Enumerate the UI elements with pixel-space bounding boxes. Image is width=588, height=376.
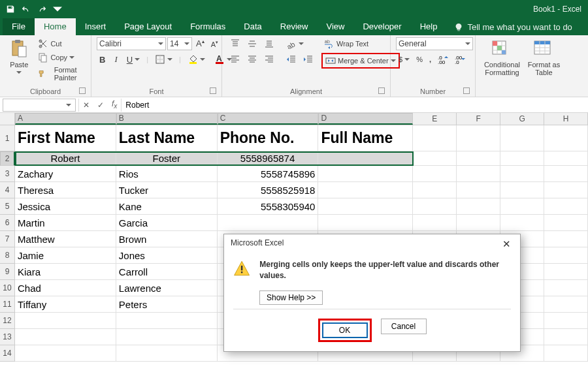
cell[interactable]: Brown [116, 231, 218, 247]
cell[interactable]: Robert [15, 151, 116, 166]
row-header[interactable]: 5 [0, 198, 15, 215]
cell[interactable]: 5558965874 [218, 151, 319, 166]
comma-button[interactable]: , [427, 54, 434, 65]
increase-decimal-button[interactable]: .0.00 [435, 53, 451, 66]
col-header-h[interactable]: H [544, 113, 588, 125]
name-box[interactable] [3, 99, 76, 112]
cell[interactable]: Last Name [116, 125, 218, 151]
enter-formula-button[interactable]: ✓ [93, 101, 108, 110]
cell[interactable]: 5558525918 [218, 182, 319, 198]
row-header[interactable]: 10 [0, 280, 15, 296]
col-header-g[interactable]: G [500, 113, 544, 125]
col-header-f[interactable]: F [457, 113, 500, 125]
merge-center-button[interactable]: Merge & Center [321, 53, 400, 69]
cell[interactable]: Rios [116, 166, 218, 182]
align-left-button[interactable] [227, 53, 243, 66]
cell[interactable]: Martin [15, 215, 116, 231]
col-header-b[interactable]: B [116, 113, 218, 125]
cell[interactable] [318, 215, 413, 231]
tell-me-search[interactable]: Tell me what you want to do [446, 19, 580, 35]
cell[interactable] [500, 151, 544, 166]
close-icon[interactable]: ✕ [500, 238, 514, 250]
formula-input[interactable]: Robert [122, 101, 588, 110]
decrease-font-button[interactable]: A▾ [208, 39, 221, 50]
show-help-button[interactable]: Show Help >> [259, 290, 323, 305]
cell[interactable] [318, 166, 413, 182]
fill-color-button[interactable] [185, 53, 208, 66]
cell[interactable] [318, 151, 413, 166]
row-header[interactable]: 2 [0, 151, 15, 166]
font-name-select[interactable]: Calibri [97, 37, 166, 50]
cell[interactable]: Lawrence [116, 280, 218, 296]
borders-button[interactable] [152, 53, 175, 66]
bold-button[interactable]: B [97, 54, 108, 66]
cell[interactable]: Full Name [318, 125, 413, 151]
cell[interactable]: 5558305940 [218, 198, 319, 215]
col-header-c[interactable]: C [218, 113, 319, 125]
currency-button[interactable]: $ [396, 54, 412, 65]
cell[interactable] [500, 125, 544, 151]
underline-button[interactable]: U [124, 54, 142, 66]
cell[interactable]: Phone No. [218, 125, 319, 151]
ok-button[interactable]: OK [322, 322, 368, 338]
wrap-text-button[interactable]: abWrap Text [321, 37, 400, 50]
row-header[interactable]: 12 [0, 313, 15, 329]
tab-formulas[interactable]: Formulas [181, 18, 235, 35]
cell[interactable]: Theresa [15, 182, 116, 198]
cell[interactable]: Jessica [15, 198, 116, 215]
cell[interactable]: Jamie [15, 247, 116, 264]
cell[interactable]: Garcia [116, 215, 218, 231]
percent-button[interactable]: % [414, 54, 425, 65]
cell[interactable]: Kane [116, 198, 218, 215]
cell[interactable]: Carroll [116, 264, 218, 280]
cell[interactable] [544, 125, 588, 151]
increase-font-button[interactable]: A▴ [193, 37, 207, 50]
cell[interactable] [457, 151, 500, 166]
number-format-select[interactable]: General [396, 37, 473, 50]
tab-insert[interactable]: Insert [76, 18, 116, 35]
undo-icon[interactable] [21, 4, 31, 14]
cancel-formula-button[interactable]: ✕ [79, 101, 93, 110]
row-header[interactable]: 7 [0, 231, 15, 247]
cell[interactable] [457, 125, 500, 151]
cut-button[interactable]: Cut [35, 37, 86, 50]
tab-data[interactable]: Data [235, 18, 270, 35]
cell[interactable] [318, 182, 413, 198]
col-header-a[interactable]: A [15, 113, 116, 125]
cell[interactable] [318, 198, 413, 215]
fx-icon[interactable]: fx [108, 99, 121, 110]
row-header[interactable]: 8 [0, 247, 15, 264]
row-header[interactable]: 4 [0, 182, 15, 198]
col-header-d[interactable]: D [318, 113, 413, 125]
align-right-button[interactable] [261, 53, 277, 66]
font-dialog-launcher[interactable] [210, 87, 216, 94]
row-header[interactable]: 3 [0, 166, 15, 182]
row-header[interactable]: 14 [0, 345, 15, 362]
cell[interactable]: Jones [116, 247, 218, 264]
copy-button[interactable]: Copy [35, 51, 86, 64]
conditional-formatting-button[interactable]: Conditional Formatting [481, 37, 523, 78]
align-bottom-button[interactable] [261, 37, 277, 50]
row-header[interactable]: 13 [0, 329, 15, 345]
decrease-indent-button[interactable] [284, 53, 299, 66]
cell[interactable]: Kiara [15, 264, 116, 280]
tab-page-layout[interactable]: Page Layout [115, 18, 181, 35]
decrease-decimal-button[interactable]: .00.0 [452, 53, 468, 66]
increase-indent-button[interactable] [301, 53, 316, 66]
tab-developer[interactable]: Developer [353, 18, 410, 35]
align-top-button[interactable] [227, 37, 243, 50]
cell[interactable]: First Name [15, 125, 116, 151]
row-header[interactable]: 9 [0, 264, 15, 280]
cell[interactable]: Zachary [15, 166, 116, 182]
paste-button[interactable]: Paste [5, 37, 33, 76]
cell[interactable]: Tiffany [15, 296, 116, 313]
qat-customize-icon[interactable] [52, 4, 63, 14]
cell[interactable]: Peters [116, 296, 218, 313]
select-all-corner[interactable] [0, 113, 15, 125]
row-header[interactable]: 6 [0, 215, 15, 231]
cell[interactable] [218, 215, 319, 231]
orientation-button[interactable]: ab [284, 37, 306, 50]
number-dialog-launcher[interactable] [463, 87, 470, 94]
tab-view[interactable]: View [317, 18, 353, 35]
italic-button[interactable]: I [112, 53, 120, 66]
